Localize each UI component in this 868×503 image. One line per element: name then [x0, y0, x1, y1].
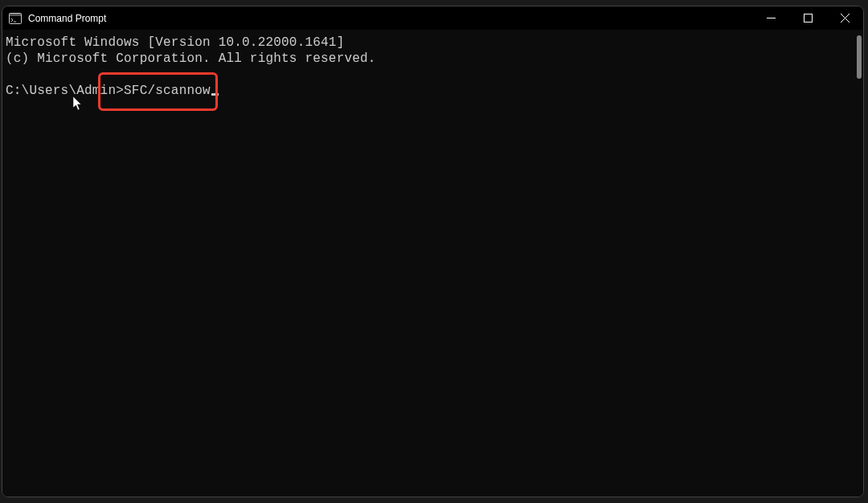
command-prompt-icon — [9, 12, 22, 25]
titlebar[interactable]: Command Prompt — [2, 6, 863, 30]
close-button[interactable] — [826, 6, 863, 30]
scrollbar-thumb[interactable] — [857, 35, 862, 79]
scrollbar-track[interactable] — [857, 35, 862, 495]
svg-rect-1 — [10, 14, 21, 16]
terminal-output[interactable]: Microsoft Windows [Version 10.0.22000.16… — [2, 30, 863, 497]
maximize-button[interactable] — [789, 6, 826, 30]
prompt-line: C:\Users\Admin>SFC/scannow — [6, 83, 860, 99]
minimize-button[interactable] — [752, 6, 789, 30]
text-cursor — [211, 93, 219, 96]
svg-rect-4 — [804, 14, 812, 22]
version-line: Microsoft Windows [Version 10.0.22000.16… — [6, 35, 860, 51]
window-title: Command Prompt — [28, 13, 106, 24]
prompt-path: C:\Users\Admin> — [6, 84, 124, 98]
window-controls — [752, 6, 863, 30]
copyright-line: (c) Microsoft Corporation. All rights re… — [6, 51, 860, 67]
command-prompt-window: Command Prompt Microsoft Windows [Versio… — [2, 6, 864, 497]
command-input[interactable]: SFC/scannow — [124, 84, 211, 98]
